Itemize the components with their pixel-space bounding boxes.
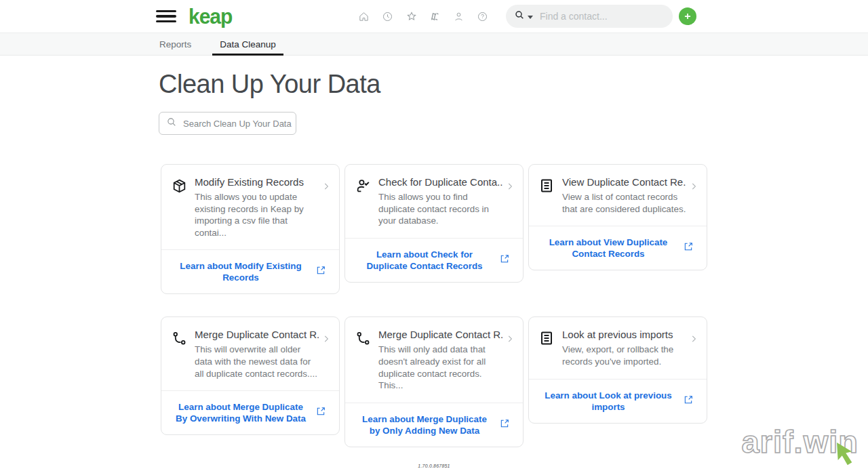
header-nav-icons (355, 8, 491, 25)
cleanup-search[interactable] (159, 112, 296, 135)
chevron-right-icon (502, 329, 515, 391)
card-title: Modify Existing Records (195, 176, 319, 188)
card-action-row[interactable]: Modify Existing Records This allows you … (161, 165, 339, 249)
main-content: Clean Up Your Data Modify Existing Recor… (0, 70, 868, 447)
card-look-at-previous-imports: Look at previous imports View, export, o… (528, 316, 707, 423)
external-link-icon (499, 253, 510, 267)
external-link-icon (315, 406, 326, 419)
favorites-icon[interactable] (403, 8, 420, 25)
tab-reports[interactable]: Reports (152, 33, 199, 55)
external-link-icon (315, 265, 326, 279)
card-view-duplicate-contact-records: View Duplicate Contact Re... View a list… (528, 164, 707, 270)
card-description: This will overwrite all older data with … (195, 344, 319, 380)
card-title: Merge Duplicate Contact R... (195, 329, 319, 340)
keap-logo: keap (189, 5, 232, 27)
add-contact-button[interactable] (679, 7, 696, 25)
learn-link[interactable]: Learn about Check for Duplicate Contact … (358, 249, 491, 272)
chevron-right-icon (502, 176, 515, 227)
chevron-right-icon (686, 176, 698, 215)
card-description: This will only add data that doesn't alr… (378, 344, 502, 391)
card-merge-duplicate-overwrite: Merge Duplicate Contact R... This will o… (161, 316, 340, 435)
card-action-row[interactable]: Look at previous imports View, export, o… (529, 317, 707, 378)
external-link-icon (683, 241, 694, 255)
document-list-icon (538, 330, 556, 367)
chevron-right-icon (686, 329, 698, 367)
card-action-row[interactable]: Merge Duplicate Contact R... This will o… (345, 317, 523, 402)
contact-search[interactable] (506, 5, 673, 28)
learn-link[interactable]: Learn about Merge Duplicate by Only Addi… (358, 413, 491, 436)
search-icon (166, 117, 177, 130)
package-icon (171, 178, 189, 239)
card-title: Check for Duplicate Conta... (378, 176, 502, 188)
tags-icon[interactable] (427, 8, 443, 25)
contact-search-input[interactable] (540, 11, 655, 22)
card-title: View Duplicate Contact Re... (562, 176, 686, 188)
cleanup-cards-grid: Modify Existing Records This allows you … (161, 164, 868, 447)
chevron-right-icon (319, 176, 331, 239)
search-icon (514, 9, 525, 23)
home-icon[interactable] (355, 8, 372, 25)
card-title: Merge Duplicate Contact R... (378, 329, 502, 340)
hamburger-menu-icon[interactable] (156, 9, 176, 23)
recent-icon[interactable] (379, 8, 396, 25)
sub-nav-tabbar: Reports Data Cleanup (0, 33, 868, 56)
learn-link[interactable]: Learn about Look at previous imports (542, 390, 675, 413)
merge-icon (171, 330, 189, 380)
document-list-icon (538, 178, 556, 215)
learn-link[interactable]: Learn about Merge Duplicate By Overwriti… (174, 401, 307, 424)
search-scope-caret-icon[interactable] (528, 16, 533, 19)
merge-icon (355, 330, 372, 391)
learn-link[interactable]: Learn about View Duplicate Contact Recor… (542, 237, 675, 260)
chevron-right-icon (319, 329, 331, 380)
external-link-icon (683, 394, 694, 408)
card-action-row[interactable]: Check for Duplicate Conta... This allows… (345, 165, 523, 238)
page-title: Clean Up Your Data (159, 70, 868, 99)
card-description: View, export, or rollback the records yo… (562, 344, 686, 367)
external-link-icon (499, 418, 510, 432)
cleanup-search-input[interactable] (183, 119, 292, 129)
card-description: View a list of contact records that are … (562, 191, 686, 215)
user-icon[interactable] (450, 8, 467, 25)
card-action-row[interactable]: Merge Duplicate Contact R... This will o… (161, 317, 339, 390)
card-title: Look at previous imports (562, 329, 686, 340)
top-header: keap (0, 0, 868, 33)
card-modify-existing-records: Modify Existing Records This allows you … (161, 164, 340, 294)
card-check-for-duplicate-contacts: Check for Duplicate Conta... This allows… (344, 164, 524, 283)
tab-data-cleanup[interactable]: Data Cleanup (212, 33, 283, 55)
app-version: 1.70.0.867851 (0, 464, 868, 468)
learn-link[interactable]: Learn about Modify Existing Records (174, 260, 307, 283)
help-icon[interactable] (474, 8, 491, 25)
watermark-cursor-icon (834, 434, 863, 468)
card-action-row[interactable]: View Duplicate Contact Re... View a list… (529, 165, 707, 226)
person-check-icon (355, 178, 372, 227)
card-merge-duplicate-add-only: Merge Duplicate Contact R... This will o… (344, 316, 524, 447)
card-description: This allows you to update existing recor… (195, 191, 319, 239)
card-description: This allows you to find duplicate contac… (378, 191, 502, 227)
